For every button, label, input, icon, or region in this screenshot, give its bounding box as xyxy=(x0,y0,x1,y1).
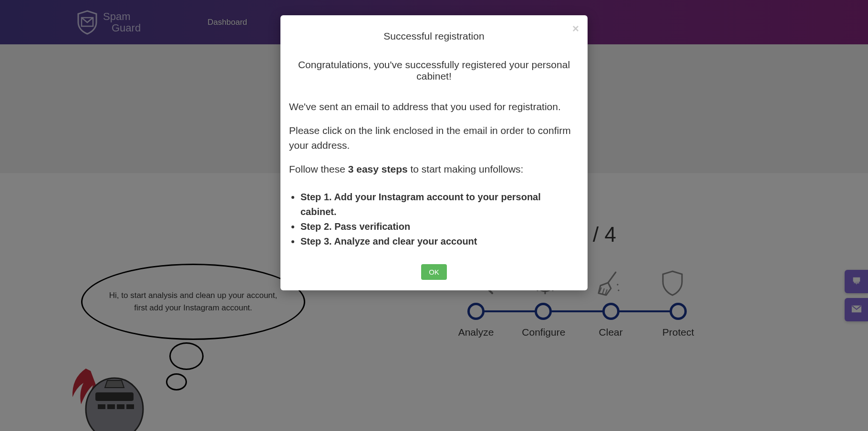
modal-p1: We've sent an email to address that you … xyxy=(289,99,579,114)
modal-p2: Please click on the link enclosed in the… xyxy=(289,123,579,153)
modal-step-2: Step 2. Pass verification xyxy=(300,219,579,234)
modal-step-1: Step 1. Add your Instagram account to yo… xyxy=(300,190,579,219)
modal-title: Successful registration xyxy=(289,31,579,42)
registration-modal: × Successful registration Congratulation… xyxy=(280,15,588,290)
modal-p3: Follow these 3 easy steps to start makin… xyxy=(289,162,579,177)
modal-ok-button[interactable]: OK xyxy=(421,264,447,280)
modal-step-3: Step 3. Analyze and clear your account xyxy=(300,234,579,249)
modal-steps-list: Step 1. Add your Instagram account to yo… xyxy=(289,190,579,249)
modal-close-button[interactable]: × xyxy=(572,23,579,34)
modal-congrats: Congratulations, you've successfully reg… xyxy=(289,59,579,82)
